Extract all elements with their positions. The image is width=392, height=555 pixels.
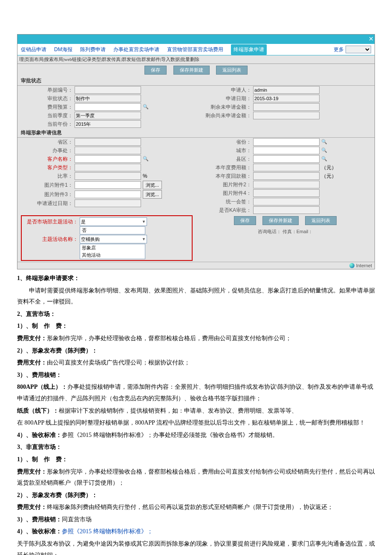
budget-field[interactable] [75,103,141,111]
approve-date-field [75,199,141,207]
unified-sign-field [253,198,320,205]
more-label: 更多 [334,46,344,53]
remain2-field [253,112,320,119]
year-return-field [253,172,320,180]
is-theme-select[interactable]: 是▼ [80,217,147,226]
img1-field[interactable] [75,181,141,189]
action-buttons-bottom: 保存 保存并新建 返回列表 [196,214,375,227]
theme-name-dropdown[interactable]: 形象店 其他活动 [80,244,145,259]
theme-name-select[interactable]: 空桶换购▼ [80,235,147,243]
region-field [75,138,141,146]
customer-name-field[interactable] [75,155,141,163]
img2-field [253,181,320,188]
para: 关于陈列及发布协议，为避免中途因为装修或其它原因而拆除形象的现象，协议里要提前进… [17,538,375,555]
lbl-year: 当前年份： [17,121,75,128]
city-field[interactable] [253,147,320,154]
remain1-field [253,103,320,111]
search-icon[interactable]: 🔍 [321,156,327,162]
lbl-ka-approve: 是否KA审批： [196,207,253,214]
img4-field [253,189,320,197]
heading-2-2: 2）、形象发布费（陈列费）： [17,345,375,357]
province-field[interactable] [253,138,320,146]
office-field [75,147,141,154]
lbl-region: 省区： [17,139,75,146]
lbl-city: 城市： [196,147,253,154]
is-theme-dropdown[interactable]: 否 [80,226,145,234]
sub-toolbar: 理|页面布局|搜索布局|web链接|记录类型|群发传真|群发短信|群发邮件|导入… [17,55,375,64]
window-titlebar: ✕ [17,35,375,44]
lbl-unified-sign: 统一会签： [196,198,253,205]
heading-1: 1、终端形象申请要求： [17,273,375,284]
apply-date-field: 2015-03-19 [253,95,320,102]
more-select[interactable] [346,46,371,53]
heading-3-1: 1）、制 作 费： [17,454,375,465]
yuan-suffix: （元） [321,173,337,180]
search-icon[interactable]: 🔍 [143,156,149,162]
close-icon[interactable]: ✕ [369,35,374,42]
para: 纸质（线下）：根据审计下发的核销制作，提供核销资料，如：申请单、发布协议、费用明… [17,405,375,417]
nav-tabs: 促销品申请 DM海报 陈列费申请 办事处直营卖场申请 直营物管部直营卖场费用 终… [17,44,375,55]
status-bar: Internet [17,262,375,269]
section-terminal-info: 终端形象申请信息 [17,128,375,138]
para: 费用支付：由公司直接支付卖场或广告代理公司；根据协议付款； [17,357,375,369]
heading-3: 3、非直营市场： [17,442,375,453]
lbl-img2: 图片附件2： [196,181,253,188]
browse-button[interactable]: 浏览... [143,181,162,189]
year-field: 2015年 [75,120,141,128]
img3-field[interactable] [75,191,141,198]
chevron-down-icon: ▼ [142,220,146,224]
heading-2-1: 1）、制 作 费： [17,321,375,332]
back-button[interactable]: 返回列表 [305,216,337,225]
para: 4）、验收标准：参照《2015 终端物料制作标准》； [17,526,375,538]
tab-office-direct[interactable]: 办事处直营卖场申请 [113,46,159,53]
save-new-button[interactable]: 保存并新建 [262,216,299,225]
browse-button[interactable]: 浏览... [143,190,162,199]
county-field[interactable] [253,155,320,163]
save-button[interactable]: 保存 [234,216,256,225]
para: 费用支付：终端形象陈列费由经销商先行垫付，然后公司再以返货款的形式至经销商帐户（… [17,502,375,513]
heading-2-3: 3）、费用核销： [17,370,375,381]
tab-dm[interactable]: DM海报 [54,46,72,53]
save-button[interactable]: 保存 [144,66,167,75]
lbl-theme-name: 主题活动名称： [23,236,80,243]
tab-logistics-direct[interactable]: 直营物管部直营卖场费用 [167,46,223,53]
lbl-customer-name: 客户名称： [17,156,75,163]
heading-3-2: 2）、形象发布费（陈列费）： [17,490,375,501]
option-other[interactable]: 其他活动 [80,251,145,259]
action-buttons-top: 保存 保存并新建 返回列表 [17,64,375,76]
approve-status-field: 制作中 [75,95,141,102]
back-button[interactable]: 返回列表 [216,66,248,75]
year-fee-field [253,164,320,171]
para: 费用支付：形象制作完毕，办事处经理验收合格，督察部检核合格后，费用由公司直接支付… [17,333,375,344]
option-image-store[interactable]: 形象店 [80,244,145,251]
tab-terminal-image[interactable]: 终端形象申请 [231,44,267,55]
search-icon[interactable]: 🔍 [321,139,327,145]
lbl-img3: 图片附件3： [17,191,75,198]
lbl-remain2: 剩余尚未申请金额： [196,112,253,119]
search-icon[interactable]: 🔍 [143,104,149,110]
lbl-is-theme: 是否市场部主题活动： [23,218,80,225]
para: 在 800APP 线上提报的同时整理好核销单据，800APP 流程中品牌经理签批… [17,417,375,429]
search-icon[interactable]: 🔍 [321,147,327,153]
rate-field [75,172,141,180]
chevron-down-icon: ▼ [142,237,146,241]
lbl-img4: 图片附件4： [196,190,253,197]
heading-2: 2、直营市场： [17,309,375,320]
lbl-year-return: 本年度回款额： [196,173,253,180]
lbl-approve-status: 审批状态： [17,95,75,102]
lbl-year-fee: 本年度费用额： [196,164,253,171]
app-screenshot: ✕ 促销品申请 DM海报 陈列费申请 办事处直营卖场申请 直营物管部直营卖场费用… [17,34,375,269]
para: 申请时需要提供终端形象制作明细、发布周期、效果图照片、基础陈列照片，促销员信息、… [17,285,375,308]
internet-label: Internet [356,263,372,268]
tab-promo[interactable]: 促销品申请 [21,46,46,53]
form-area: 审批状态 单据编号： 审批状态：制作中 费用预算：🔍 当前季度：第一季度 当前年… [17,76,375,269]
lbl-apply-date: 申请日期： [196,95,253,102]
option-no[interactable]: 否 [80,227,145,234]
highlighted-section: 是否市场部主题活动： 是▼ 否 主题活动名称： 空桶换购▼ 形象店 其他活动 [21,215,193,261]
tab-display-fee[interactable]: 陈列费申请 [80,46,106,53]
quarter-field: 第一季度 [75,112,141,119]
section-approval-status: 审批状态 [17,76,375,86]
para: 费用支付：形象制作完毕，办事处经理验收合格，督察部检核合格后，费用由公司直接支付… [17,466,375,489]
lbl-province: 省份： [196,139,253,146]
save-new-button[interactable]: 保存并新建 [173,66,210,75]
